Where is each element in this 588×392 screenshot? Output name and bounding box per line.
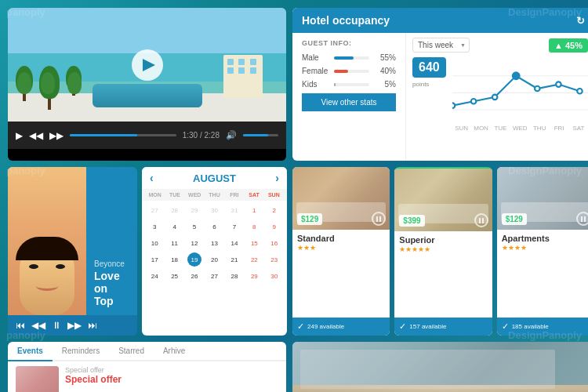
cal-cell[interactable]: 24 xyxy=(147,269,162,283)
room-info-standard: Standard ★★★ xyxy=(292,230,390,318)
week-selector[interactable]: This week xyxy=(412,38,470,53)
cal-cell[interactable]: 31 xyxy=(227,203,241,217)
cal-cell[interactable]: 12 xyxy=(187,236,201,250)
room-image-superior: $399 xyxy=(394,169,492,231)
calendar-grid: 27 28 29 30 31 1 2 3 4 5 6 7 8 9 10 11 1… xyxy=(142,201,287,285)
room-pause-apt[interactable] xyxy=(576,212,588,226)
cal-cell[interactable]: 15 xyxy=(247,236,261,250)
video-player: ▶ ◀◀ ▶▶ 1:30 / 2:28 🔊 xyxy=(8,8,286,161)
cal-cell[interactable]: 22 xyxy=(247,252,261,267)
cal-cell[interactable]: 29 xyxy=(247,269,261,283)
pause-bar-6 xyxy=(584,216,586,222)
room-card-apt: $129 Apartments ★★★★ ✓ 185 available xyxy=(497,167,588,336)
cal-cell[interactable]: 29 xyxy=(187,203,201,217)
room-name-standard: Standard xyxy=(297,234,385,243)
fast-forward-button[interactable]: ▶▶ xyxy=(49,130,64,141)
cal-cell[interactable]: 14 xyxy=(227,236,241,250)
svg-point-9 xyxy=(577,89,582,93)
room-card-standard: $129 Standard ★★★ ✓ 249 available xyxy=(292,167,390,336)
cal-cell[interactable]: 7 xyxy=(227,220,241,234)
room-preview-image xyxy=(292,342,588,392)
special-offer-text: Special offer xyxy=(65,374,278,385)
rewind-button[interactable]: ◀◀ xyxy=(29,130,43,141)
music-pause-button[interactable]: ⏸ xyxy=(52,320,61,331)
guest-pct-female: 40% xyxy=(374,67,396,75)
pause-icon-apt xyxy=(581,216,586,222)
cal-cell[interactable]: 9 xyxy=(267,220,281,234)
cal-cell[interactable]: 1 xyxy=(247,203,261,217)
pool xyxy=(93,84,202,107)
music-next-button[interactable]: ⏭ xyxy=(88,320,97,331)
cal-cell[interactable]: 10 xyxy=(147,236,162,250)
music-rewind-button[interactable]: ◀◀ xyxy=(31,320,45,331)
room-pause-superior[interactable] xyxy=(474,213,488,227)
cal-cell[interactable]: 4 xyxy=(168,220,182,234)
video-progress-bar[interactable] xyxy=(70,134,176,136)
cal-hdr-sat: SAT xyxy=(244,191,263,199)
chart-day-sat: SAT xyxy=(571,125,586,132)
chart-day-sun: SUN xyxy=(454,125,470,132)
volume-bar[interactable] xyxy=(243,134,278,136)
chart-day-mon: MON xyxy=(474,125,489,132)
check-icon-apt: ✓ xyxy=(502,321,509,332)
cal-cell[interactable]: 17 xyxy=(147,252,162,267)
event-label: Special offer xyxy=(65,366,278,374)
tab-events[interactable]: Events xyxy=(8,342,53,361)
cal-cell[interactable]: 13 xyxy=(207,236,221,250)
calendar-next-button[interactable]: › xyxy=(275,172,279,184)
cal-cell[interactable]: 8 xyxy=(247,220,261,234)
cal-cell[interactable]: 27 xyxy=(207,269,221,283)
tab-archive[interactable]: Arhive xyxy=(154,342,194,361)
view-stats-button[interactable]: View other stats xyxy=(302,93,396,111)
event-text: Special offer Special offer xyxy=(65,366,278,392)
cal-cell[interactable]: 11 xyxy=(168,236,182,250)
chart-day-fri: FRI xyxy=(551,125,567,132)
music-forward-button[interactable]: ▶▶ xyxy=(67,320,82,331)
cal-cell[interactable]: 3 xyxy=(147,220,162,234)
svg-point-6 xyxy=(513,72,520,79)
svg-point-7 xyxy=(535,86,539,91)
volume-icon: 🔊 xyxy=(226,130,237,140)
cal-cell[interactable]: 16 xyxy=(267,236,281,250)
cal-cell[interactable]: 21 xyxy=(227,252,241,267)
window-6 xyxy=(250,67,256,74)
cal-cell[interactable]: 6 xyxy=(207,220,221,234)
tab-reminders[interactable]: Reminders xyxy=(53,342,109,361)
cal-cell[interactable]: 27 xyxy=(147,203,162,217)
cal-cell[interactable]: 18 xyxy=(168,252,182,267)
smile xyxy=(36,281,58,291)
cal-cell[interactable]: 25 xyxy=(168,269,182,283)
hotel-occupancy-widget: Hotel occupancy ↻ GUEST INFO: Male 55% F… xyxy=(292,8,588,161)
guest-pct-male: 55% xyxy=(374,53,396,62)
guest-row-male: Male 55% xyxy=(302,53,396,62)
cal-cell[interactable]: 23 xyxy=(267,252,281,267)
tree-2 xyxy=(39,66,60,110)
cal-hdr-thu: THU xyxy=(205,191,224,199)
cal-cell[interactable]: 20 xyxy=(207,252,221,267)
music-prev-button[interactable]: ⏮ xyxy=(16,320,25,331)
cal-cell[interactable]: 5 xyxy=(187,220,201,234)
room-window xyxy=(300,350,555,389)
room-stars-apt: ★★★★ xyxy=(502,244,588,252)
tab-starred[interactable]: Starred xyxy=(109,342,154,361)
cal-cell[interactable]: 30 xyxy=(207,203,221,217)
refresh-icon[interactable]: ↻ xyxy=(576,15,585,27)
cal-cell[interactable]: 28 xyxy=(227,269,241,283)
cal-cell[interactable]: 30 xyxy=(267,269,281,283)
play-pause-button[interactable]: ▶ xyxy=(16,130,23,141)
room-name-apt: Apartments xyxy=(502,234,588,243)
cal-cell[interactable]: 2 xyxy=(267,203,281,217)
cal-cell[interactable]: 26 xyxy=(187,269,201,283)
occupancy-title: Hotel occupancy xyxy=(302,14,390,27)
window-1 xyxy=(227,59,234,65)
guest-bar-kids xyxy=(334,83,336,86)
room-price-superior: $399 xyxy=(399,215,424,227)
volume-fill xyxy=(243,134,268,136)
cal-hdr-sun: SUN xyxy=(264,191,284,199)
play-button[interactable] xyxy=(132,49,163,81)
cal-cell-today[interactable]: 19 xyxy=(187,252,201,267)
cal-cell[interactable]: 28 xyxy=(168,203,182,217)
occupancy-left: GUEST INFO: Male 55% Female 40% Kid xyxy=(292,33,406,161)
calendar-month-title: AUGUST xyxy=(154,172,276,184)
room-available-superior: 157 available xyxy=(409,323,446,330)
